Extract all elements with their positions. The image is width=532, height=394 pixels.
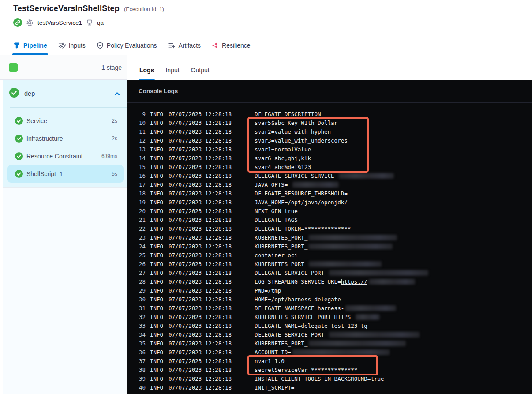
log-line: 29INFO07/07/2023 12:28:18PWD=/tmp <box>127 286 532 295</box>
console-log-lines: 9INFO07/07/2023 12:28:18DELEGATE_DESCRIP… <box>127 103 532 392</box>
log-level: INFO <box>150 243 165 250</box>
log-line: 15INFO07/07/2023 12:28:18svar4=abc%def%1… <box>127 162 532 171</box>
stage-group-label: dep <box>24 90 35 97</box>
log-timestamp: 07/07/2023 12:28:18 <box>169 305 232 311</box>
log-message: DELEGATE_TOKEN=************** <box>255 225 351 232</box>
logpanel-tab-output[interactable]: Output <box>191 67 210 80</box>
log-timestamp: 07/07/2023 12:28:18 <box>169 331 232 338</box>
service-name[interactable]: testVarsService1 <box>37 19 82 26</box>
log-level: INFO <box>150 137 165 144</box>
step-item-shellscript-1[interactable]: ShellScript_15s <box>7 165 124 183</box>
log-timestamp: 07/07/2023 12:28:18 <box>169 243 232 250</box>
log-line: 35INFO07/07/2023 12:28:18KUBERNETES_PORT… <box>127 339 532 348</box>
log-line: 18INFO07/07/2023 12:28:18DELEGATE_RESOUR… <box>127 189 532 198</box>
log-level: INFO <box>150 217 165 223</box>
log-level: INFO <box>150 208 165 214</box>
log-line-number: 38 <box>127 367 146 373</box>
environment-icon <box>86 19 93 26</box>
console-log-viewer[interactable]: Console Logs 9INFO07/07/2023 12:28:18DEL… <box>127 80 532 394</box>
stage-sidebar: 1 stage dep Service2sInfrastructure2sRes… <box>0 55 127 394</box>
redacted-value <box>292 349 390 355</box>
log-text: JAVA_HOME=/opt/java/openjdk/ <box>255 199 348 206</box>
log-line-number: 25 <box>127 252 146 259</box>
log-line-number: 16 <box>127 173 146 179</box>
log-timestamp: 07/07/2023 12:28:18 <box>169 173 232 179</box>
log-timestamp: 07/07/2023 12:28:18 <box>169 225 232 232</box>
log-timestamp: 07/07/2023 12:28:18 <box>169 287 232 294</box>
log-text: PWD=/tmp <box>255 287 281 294</box>
log-text: ACCOUNT_ID= <box>255 349 291 356</box>
log-message: KUBERNETES_PORT_ <box>255 234 397 241</box>
log-timestamp: 07/07/2023 12:28:18 <box>169 314 232 320</box>
stage-status-square[interactable] <box>9 63 18 72</box>
log-text: KUBERNETES_PORT= <box>255 261 307 267</box>
stage-count: 1 stage <box>101 64 122 71</box>
tab-artifacts[interactable]: Artifacts <box>168 36 201 55</box>
log-line: 12INFO07/07/2023 12:28:18svar3=value_wit… <box>127 136 532 145</box>
log-line: 38INFO07/07/2023 12:28:18secretServiceVa… <box>127 365 532 374</box>
step-duration: 2s <box>112 135 117 142</box>
log-message: DELEGATE_DESCRIPTION= <box>255 111 324 117</box>
log-text: svar2=value-with-hyphen <box>255 128 331 135</box>
log-text: DELEGATE_NAME=delegate-test-123-tg <box>255 323 367 329</box>
tab-pipeline[interactable]: Pipeline <box>13 36 47 55</box>
log-level: INFO <box>150 164 165 170</box>
logpanel-tab-logs[interactable]: Logs <box>139 67 154 80</box>
log-level: INFO <box>150 270 165 276</box>
step-duration: 639ms <box>101 153 117 159</box>
step-details-tabbar: LogsInputOutput <box>127 55 532 80</box>
step-label: Service <box>26 117 47 124</box>
page-title: TestServiceVarsInShellStep <box>13 4 120 13</box>
log-level: INFO <box>150 199 165 206</box>
log-timestamp: 07/07/2023 12:28:18 <box>169 278 232 285</box>
log-line-number: 20 <box>127 208 146 214</box>
environment-name[interactable]: qa <box>97 19 104 26</box>
log-message: LOG_STREAMING_SERVICE_URL=https:// <box>255 278 415 285</box>
step-label: ShellScript_1 <box>26 170 63 177</box>
log-message: HOME=/opt/harness-delegate <box>255 296 341 303</box>
log-message: DELEGATE_TAGS= <box>255 217 301 223</box>
chevron-up-icon[interactable] <box>114 91 120 97</box>
log-level: INFO <box>150 181 165 188</box>
log-message: svar3=value_with_underscores <box>255 137 348 144</box>
tab-inputs[interactable]: Inputs <box>58 36 86 55</box>
log-message: KUBERNETES_SERVICE_PORT_HTTPS= <box>255 314 380 320</box>
log-message: INIT_SCRIPT= <box>255 384 294 391</box>
log-level: INFO <box>150 367 165 373</box>
log-line: 24INFO07/07/2023 12:28:18KUBERNETES_PORT… <box>127 242 532 251</box>
log-text: DELEGATE_TOKEN=************** <box>255 225 351 232</box>
log-level: INFO <box>150 340 165 347</box>
divider <box>10 107 127 108</box>
step-item-infrastructure[interactable]: Infrastructure2s <box>7 130 124 147</box>
log-message: JAVA_OPTS=- <box>255 181 339 188</box>
step-item-service[interactable]: Service2s <box>7 112 124 130</box>
redacted-value <box>309 261 382 267</box>
tab-label: Pipeline <box>23 42 47 49</box>
log-timestamp: 07/07/2023 12:28:18 <box>169 358 232 364</box>
log-line-number: 37 <box>127 358 146 364</box>
tab-resilience[interactable]: Resilience <box>212 36 251 55</box>
log-line-number: 27 <box>127 270 146 276</box>
policy-shield-icon <box>97 42 104 49</box>
log-message: NEXT_GEN=true <box>255 208 298 214</box>
redacted-value <box>356 314 380 320</box>
log-text: HOME=/opt/harness-delegate <box>255 296 341 303</box>
log-level: INFO <box>150 234 165 241</box>
log-line-number: 17 <box>127 181 146 188</box>
stage-group-header[interactable]: dep <box>3 80 127 107</box>
log-line: 13INFO07/07/2023 12:28:18svar1=normalVal… <box>127 145 532 154</box>
log-timestamp: 07/07/2023 12:28:18 <box>169 323 232 329</box>
logpanel-tab-input[interactable]: Input <box>165 67 179 80</box>
tab-policy-evaluations[interactable]: Policy Evaluations <box>97 36 157 55</box>
log-link[interactable]: https:// <box>341 278 367 285</box>
log-line-number: 19 <box>127 199 146 206</box>
step-item-resource-constraint[interactable]: Resource Constraint639ms <box>7 147 124 165</box>
log-line: 34INFO07/07/2023 12:28:18DELEGATE_SERVIC… <box>127 330 532 339</box>
log-timestamp: 07/07/2023 12:28:18 <box>169 120 232 126</box>
log-text: svar1=normalValue <box>255 146 311 153</box>
success-check-icon <box>9 88 19 99</box>
log-message: svar1=normalValue <box>255 146 311 153</box>
log-line: 25INFO07/07/2023 12:28:18container=oci <box>127 251 532 259</box>
log-timestamp: 07/07/2023 12:28:18 <box>169 111 232 117</box>
step-duration: 5s <box>112 171 117 177</box>
